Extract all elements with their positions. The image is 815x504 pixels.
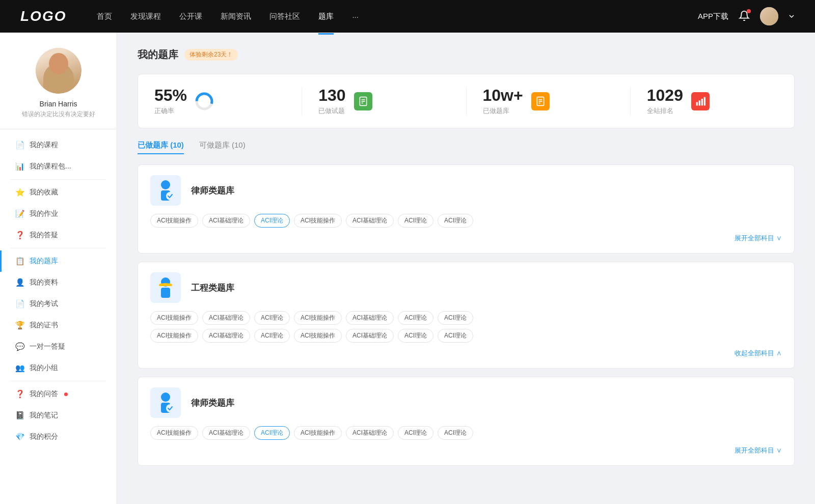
stat-icon <box>690 91 711 111</box>
qbank-footer: 展开全部科目 ∨ <box>150 446 782 455</box>
sidebar-item-我的证书[interactable]: 🏆我的证书 <box>0 315 117 336</box>
sidebar-item-我的小组[interactable]: 👥我的小组 <box>0 357 117 379</box>
tag[interactable]: ACI基础理论 <box>202 329 250 343</box>
sidebar-item-我的题库[interactable]: 📋我的题库 <box>0 250 117 272</box>
qbank-footer: 收起全部科目 ∧ <box>150 349 782 358</box>
svg-rect-18 <box>161 288 170 298</box>
tag[interactable]: ACI基础理论 <box>346 329 394 343</box>
svg-point-22 <box>166 404 174 412</box>
stat-number: 130 <box>318 87 345 104</box>
tag[interactable]: ACI技能操作 <box>294 311 342 325</box>
navbar-item[interactable]: 题库 <box>318 10 334 23</box>
menu-item-label: 我的课程 <box>30 141 58 150</box>
navbar-item[interactable]: 首页 <box>97 10 112 23</box>
svg-rect-13 <box>704 97 705 105</box>
collapse-button[interactable]: 收起全部科目 ∧ <box>735 349 782 358</box>
stat-icon <box>530 91 551 111</box>
main-content: 我的题库 体验剩余23天！ 55%正确率 130已做试题 10w+已做题库 10… <box>117 33 815 504</box>
avatar <box>36 48 82 94</box>
menu-item-icon: 💎 <box>15 432 24 441</box>
tag[interactable]: ACI基础理论 <box>202 426 250 440</box>
tag[interactable]: ACI技能操作 <box>150 214 198 228</box>
tag[interactable]: ACI理论 <box>254 426 290 440</box>
menu-item-icon: 👥 <box>15 363 24 373</box>
qbank-tags-row1: ACI技能操作ACI基础理论ACI理论ACI技能操作ACI基础理论ACI理论AC… <box>150 214 782 228</box>
sidebar-divider <box>10 248 106 248</box>
tag[interactable]: ACI基础理论 <box>346 426 394 440</box>
stat-item: 1029全站排名 <box>631 87 794 116</box>
user-avatar[interactable] <box>760 7 778 25</box>
qbank-title: 律师类题库 <box>191 185 234 197</box>
qbank-tags-row1: ACI技能操作ACI基础理论ACI理论ACI技能操作ACI基础理论ACI理论AC… <box>150 426 782 440</box>
qbank-card: 律师类题库ACI技能操作ACI基础理论ACI理论ACI技能操作ACI基础理论AC… <box>138 377 795 466</box>
menu-item-label: 我的积分 <box>30 432 58 441</box>
tab-item[interactable]: 已做题库 (10) <box>138 141 184 154</box>
menu-item-label: 我的小组 <box>30 363 58 373</box>
tag[interactable]: ACI基础理论 <box>346 214 394 228</box>
tag[interactable]: ACI理论 <box>438 426 473 440</box>
page-layout: Brian Harris 错误的决定比没有决定要好 📄我的课程📊我的课程包...… <box>0 33 815 504</box>
red-bar-icon <box>691 92 710 110</box>
tag[interactable]: ACI基础理论 <box>202 214 250 228</box>
tag[interactable]: ACI技能操作 <box>150 426 198 440</box>
qbank-title: 律师类题库 <box>191 397 234 409</box>
navbar-logo[interactable]: LOGO <box>20 8 66 24</box>
qbank-footer: 展开全部科目 ∨ <box>150 234 782 243</box>
navbar-item[interactable]: 公开课 <box>179 10 202 23</box>
navbar-item[interactable]: 发现课程 <box>130 10 161 23</box>
tag[interactable]: ACI理论 <box>398 214 433 228</box>
sidebar-item-我的考试[interactable]: 📄我的考试 <box>0 293 117 315</box>
tag[interactable]: ACI理论 <box>398 426 433 440</box>
sidebar-item-我的收藏[interactable]: ⭐我的收藏 <box>0 182 117 203</box>
app-download-button[interactable]: APP下载 <box>698 12 728 21</box>
expand-button[interactable]: 展开全部科目 ∨ <box>735 234 782 243</box>
tag[interactable]: ACI技能操作 <box>150 311 198 325</box>
lawyer-bank-icon <box>150 175 181 206</box>
stat-label: 已做试题 <box>318 106 345 116</box>
sidebar-profile: Brian Harris 错误的决定比没有决定要好 <box>0 48 117 129</box>
navbar-item[interactable]: ··· <box>352 10 359 23</box>
sidebar-item-我的积分[interactable]: 💎我的积分 <box>0 426 117 447</box>
qbank-card: 律师类题库ACI技能操作ACI基础理论ACI理论ACI技能操作ACI基础理论AC… <box>138 164 795 254</box>
tag[interactable]: ACI技能操作 <box>294 214 342 228</box>
tag[interactable]: ACI理论 <box>398 329 433 343</box>
sidebar-item-我的问答[interactable]: ❓我的问答 <box>0 383 117 405</box>
tag[interactable]: ACI理论 <box>254 214 290 228</box>
bell-icon[interactable] <box>739 10 750 23</box>
tag[interactable]: ACI技能操作 <box>150 329 198 343</box>
menu-item-label: 我的资料 <box>30 278 58 287</box>
navbar: LOGO 首页发现课程公开课新闻资讯问答社区题库··· APP下载 <box>0 0 815 33</box>
sidebar-item-我的笔记[interactable]: 📓我的笔记 <box>0 405 117 426</box>
tag[interactable]: ACI技能操作 <box>294 329 342 343</box>
svg-point-20 <box>161 393 170 402</box>
tag[interactable]: ACI基础理论 <box>202 311 250 325</box>
sidebar-item-我的资料[interactable]: 👤我的资料 <box>0 272 117 293</box>
sidebar: Brian Harris 错误的决定比没有决定要好 📄我的课程📊我的课程包...… <box>0 33 117 504</box>
tag[interactable]: ACI理论 <box>438 214 473 228</box>
expand-button[interactable]: 展开全部科目 ∨ <box>735 446 782 455</box>
profile-name: Brian Harris <box>40 100 77 108</box>
tag[interactable]: ACI理论 <box>438 329 473 343</box>
tag[interactable]: ACI理论 <box>398 311 433 325</box>
tag[interactable]: ACI基础理论 <box>346 311 394 325</box>
navbar-item[interactable]: 新闻资讯 <box>221 10 251 23</box>
tag[interactable]: ACI理论 <box>438 311 473 325</box>
menu-item-icon: 📋 <box>15 257 24 266</box>
svg-rect-12 <box>701 99 703 105</box>
menu-item-label: 我的考试 <box>30 299 58 309</box>
sidebar-item-我的课程包...[interactable]: 📊我的课程包... <box>0 156 117 177</box>
engineer-bank-icon <box>150 272 181 303</box>
stat-icon <box>194 91 214 111</box>
tag[interactable]: ACI技能操作 <box>294 426 342 440</box>
sidebar-item-我的课程[interactable]: 📄我的课程 <box>0 134 117 156</box>
sidebar-item-我的作业[interactable]: 📝我的作业 <box>0 203 117 225</box>
menu-item-label: 我的证书 <box>30 321 58 330</box>
svg-point-16 <box>166 192 174 200</box>
tab-item[interactable]: 可做题库 (10) <box>199 141 246 154</box>
tag[interactable]: ACI理论 <box>254 329 290 343</box>
sidebar-item-我的答疑[interactable]: ❓我的答疑 <box>0 225 117 246</box>
navbar-item[interactable]: 问答社区 <box>269 10 300 23</box>
menu-item-label: 我的作业 <box>30 209 58 218</box>
tag[interactable]: ACI理论 <box>254 311 290 325</box>
sidebar-item-一对一答疑[interactable]: 💬一对一答疑 <box>0 336 117 357</box>
